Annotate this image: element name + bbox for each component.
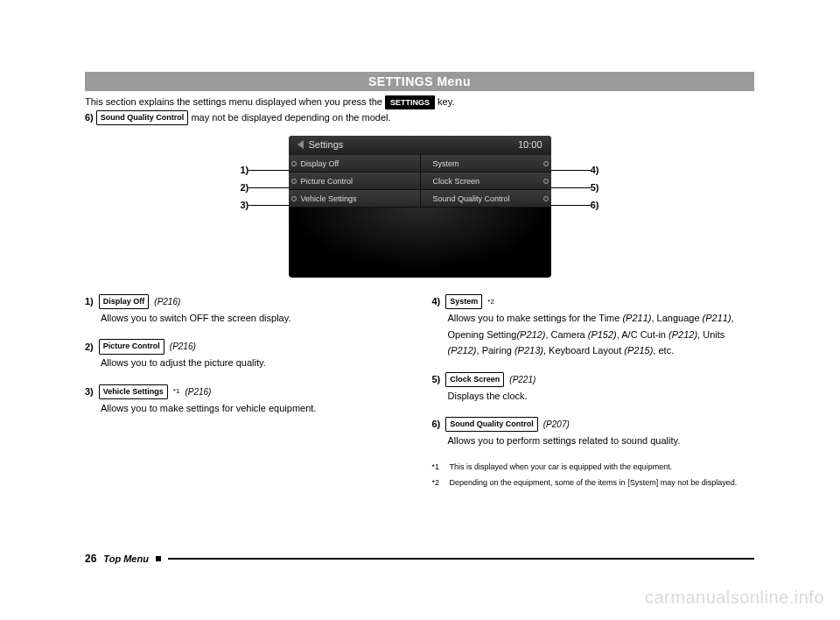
callout-5: 5) xyxy=(549,182,599,193)
item-key: System xyxy=(445,294,482,309)
menu-picture-control-label: Picture Control xyxy=(301,177,354,186)
menu-vehicle-settings-label: Vehicle Settings xyxy=(301,194,357,203)
intro-line1-a: This section explains the settings menu … xyxy=(85,96,382,107)
item-number: 4) xyxy=(432,293,441,310)
item-head: 3)Vehicle Settings*1 (P216) xyxy=(85,384,408,400)
item-body: Displays the clock. xyxy=(448,388,755,405)
item-key: Sound Quality Control xyxy=(445,417,538,432)
device-left-col: Display Off Picture Control Vehicle Sett… xyxy=(289,155,420,208)
list-item: 4)System*2Allows you to make settings fo… xyxy=(432,293,755,359)
device-right-col: System Clock Screen Sound Quality Contro… xyxy=(420,155,551,208)
description-columns: 1)Display Off (P216)Allows you to switch… xyxy=(85,293,754,494)
item-sup: *1 xyxy=(173,385,180,398)
device-illustration: 1) 2) 3) 4) 5) 6) Settings 10:00 xyxy=(241,136,599,278)
item-number: 6) xyxy=(432,416,441,433)
callout-3: 3) xyxy=(241,200,291,210)
menu-system: System xyxy=(420,155,551,173)
item-body: Allows you to switch OFF the screen disp… xyxy=(101,310,408,327)
item-head: 4)System*2 xyxy=(432,293,755,310)
item-key: Display Off xyxy=(99,294,150,309)
footer-section: Top Menu xyxy=(103,553,149,564)
item-sup: *2 xyxy=(487,296,494,308)
menu-sound-quality-label: Sound Quality Control xyxy=(433,194,510,203)
list-item: 3)Vehicle Settings*1 (P216)Allows you to… xyxy=(85,384,408,416)
device-screen: Settings 10:00 Display Off Picture Contr… xyxy=(289,136,551,278)
right-column: 4)System*2Allows you to make settings fo… xyxy=(432,293,755,494)
callout-1: 1) xyxy=(241,165,291,175)
item-number: 2) xyxy=(85,339,94,356)
item-key: Picture Control xyxy=(99,339,164,354)
callout-3-label: 3) xyxy=(241,200,249,210)
list-item: 5)Clock Screen (P221)Displays the clock. xyxy=(432,371,755,404)
menu-sound-quality: Sound Quality Control xyxy=(420,190,551,208)
intro-line1-b: key. xyxy=(438,96,454,107)
list-item: 6)Sound Quality Control (P207)Allows you… xyxy=(432,416,755,448)
list-item: 2)Picture Control (P216)Allows you to ad… xyxy=(85,339,408,371)
back-icon xyxy=(298,140,304,149)
menu-clock-screen-label: Clock Screen xyxy=(433,177,480,186)
item-page-ref: (P216) xyxy=(185,384,211,399)
item-page-ref: (P221) xyxy=(509,372,536,387)
callout-4-label: 4) xyxy=(591,165,599,175)
menu-display-off-label: Display Off xyxy=(301,159,340,168)
page-content: SETTINGS Menu This section explains the … xyxy=(85,72,754,494)
item-key: Clock Screen xyxy=(445,372,504,387)
item-head: 6)Sound Quality Control (P207) xyxy=(432,416,755,433)
item-body: Allows you to adjust the picture quality… xyxy=(101,355,408,371)
device-title: Settings xyxy=(309,139,344,150)
callout-1-label: 1) xyxy=(241,165,249,175)
footnote: *2Depending on the equipment, some of th… xyxy=(432,477,755,489)
device-lower-area xyxy=(289,208,551,269)
footnotes: *1This is displayed when your car is equ… xyxy=(432,461,755,489)
intro-line2-rest: may not be displayed depending on the mo… xyxy=(191,112,390,123)
callout-2: 2) xyxy=(241,182,291,193)
sound-quality-key: Sound Quality Control xyxy=(96,110,189,124)
menu-system-label: System xyxy=(433,159,459,168)
menu-picture-control: Picture Control xyxy=(289,173,420,190)
footnote-text: This is displayed when your car is equip… xyxy=(450,461,673,473)
intro-item-number: 6) xyxy=(85,112,94,123)
callout-5-label: 5) xyxy=(591,182,599,193)
callout-2-label: 2) xyxy=(241,182,249,193)
settings-key: SETTINGS xyxy=(385,95,435,109)
footnote-label: *1 xyxy=(432,461,444,473)
callout-4: 4) xyxy=(549,165,599,175)
item-body: Allows you to perform settings related t… xyxy=(448,433,755,449)
left-column: 1)Display Off (P216)Allows you to switch… xyxy=(85,293,408,494)
item-page-ref: (P207) xyxy=(543,417,570,432)
item-number: 1) xyxy=(85,293,94,310)
item-key: Vehicle Settings xyxy=(99,384,168,399)
item-head: 5)Clock Screen (P221) xyxy=(432,371,755,388)
footnote: *1This is displayed when your car is equ… xyxy=(432,461,755,473)
item-number: 5) xyxy=(432,371,441,388)
callout-6: 6) xyxy=(549,200,599,210)
page-number: 26 xyxy=(85,553,96,565)
device-header: Settings 10:00 xyxy=(289,136,551,155)
watermark: carmanualsonline.info xyxy=(645,588,824,608)
footer-rule xyxy=(168,558,754,560)
footnote-label: *2 xyxy=(432,477,444,489)
menu-vehicle-settings: Vehicle Settings xyxy=(289,190,420,208)
section-banner: SETTINGS Menu xyxy=(85,72,754,91)
device-clock: 10:00 xyxy=(518,139,542,150)
callout-6-label: 6) xyxy=(591,200,599,210)
item-head: 1)Display Off (P216) xyxy=(85,293,408,310)
footer-rule-cap xyxy=(156,556,161,561)
device-body: Display Off Picture Control Vehicle Sett… xyxy=(289,155,551,208)
intro-text: This section explains the settings menu … xyxy=(85,95,754,125)
page-footer: 26 Top Menu xyxy=(85,553,754,565)
menu-clock-screen: Clock Screen xyxy=(420,173,551,190)
item-body: Allows you to make settings for vehicle … xyxy=(101,400,408,417)
item-page-ref: (P216) xyxy=(170,339,196,354)
list-item: 1)Display Off (P216)Allows you to switch… xyxy=(85,293,408,326)
footnote-text: Depending on the equipment, some of the … xyxy=(450,477,738,489)
item-number: 3) xyxy=(85,384,94,400)
menu-display-off: Display Off xyxy=(289,155,420,173)
item-head: 2)Picture Control (P216) xyxy=(85,339,408,356)
item-page-ref: (P216) xyxy=(154,294,180,309)
item-body: Allows you to make settings for the Time… xyxy=(448,310,755,359)
